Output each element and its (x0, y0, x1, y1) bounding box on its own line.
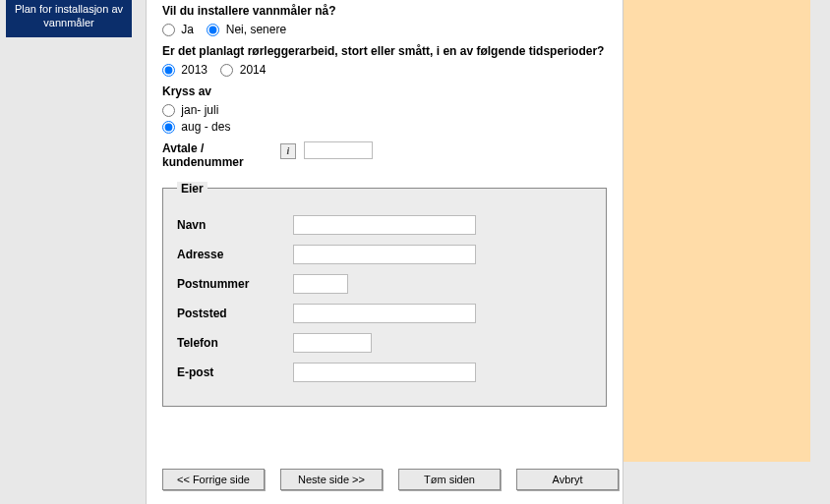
radio-label-ja: Ja (181, 23, 194, 36)
label-telefon: Telefon (177, 336, 293, 350)
prev-page-button[interactable]: << Forrige side (162, 469, 265, 490)
page-root: Plan for installasjon av vannmåler Vil d… (0, 0, 830, 504)
row-adresse: Adresse (177, 245, 592, 264)
radio-label-2013: 2013 (181, 63, 208, 77)
sidebar-item-line1: Plan for installasjon av (15, 3, 123, 15)
info-icon[interactable]: i (280, 143, 296, 159)
radio-option-2014[interactable]: 2014 (220, 63, 266, 77)
row-telefon: Telefon (177, 333, 592, 353)
form-panel: Vil du installere vannmåler nå? Ja Nei, … (146, 0, 623, 504)
label-adresse: Adresse (177, 248, 293, 261)
clear-page-button[interactable]: Tøm siden (398, 469, 501, 490)
question-install-now: Vil du installere vannmåler nå? (162, 4, 607, 18)
input-telefon[interactable] (293, 333, 372, 353)
avtale-label: Avtale / kundenummer (162, 141, 280, 170)
input-navn[interactable] (293, 215, 476, 235)
radio-2014[interactable] (220, 64, 233, 77)
label-postnummer: Postnummer (177, 277, 293, 291)
input-poststed[interactable] (293, 304, 476, 323)
question-planned-work: Er det planlagt rørleggerarbeid, stort e… (162, 44, 607, 58)
main-area: Vil du installere vannmåler nå? Ja Nei, … (146, 0, 830, 504)
row-epost: E-post (177, 363, 592, 382)
label-epost: E-post (177, 365, 293, 379)
input-adresse[interactable] (293, 245, 476, 264)
row-poststed: Poststed (177, 304, 592, 323)
radio-label-jan-juli: jan- juli (181, 103, 218, 117)
radio-option-nei[interactable]: Nei, senere (207, 23, 286, 36)
sidebar-item-line2: vannmåler (43, 17, 93, 28)
row-navn: Navn (177, 215, 592, 235)
avtale-input[interactable] (304, 141, 373, 159)
radio-option-jan-juli[interactable]: jan- juli (162, 103, 218, 117)
fieldset-eier: Eier Navn Adresse Postnummer Poststed (162, 182, 607, 407)
radio-aug-des[interactable] (162, 121, 175, 134)
radio-group-year: 2013 2014 (162, 62, 607, 77)
radio-ja[interactable] (162, 24, 175, 36)
radio-label-2014: 2014 (240, 63, 267, 77)
avtale-row: Avtale / kundenummer i (162, 141, 607, 170)
input-postnummer[interactable] (293, 274, 348, 294)
next-page-button[interactable]: Neste side >> (280, 469, 383, 490)
legend-eier: Eier (177, 182, 208, 196)
row-postnummer: Postnummer (177, 274, 592, 294)
radio-option-2013[interactable]: 2013 (162, 63, 210, 77)
radio-2013[interactable] (162, 64, 175, 77)
right-panel (623, 0, 810, 462)
radio-jan-juli[interactable] (162, 104, 175, 117)
cancel-button[interactable]: Avbryt (516, 469, 619, 490)
radio-nei[interactable] (207, 24, 219, 36)
radio-label-nei: Nei, senere (226, 23, 286, 36)
sidebar-item-installation-plan[interactable]: Plan for installasjon av vannmåler (6, 0, 132, 37)
question-kryss-av: Kryss av (162, 84, 607, 98)
radio-option-aug-des[interactable]: aug - des (162, 120, 230, 134)
radio-group-period: jan- juli (162, 102, 607, 117)
label-poststed: Poststed (177, 307, 293, 320)
button-bar: << Forrige side Neste side >> Tøm siden … (162, 469, 619, 490)
radio-group-period-2: aug - des (162, 119, 607, 134)
input-epost[interactable] (293, 363, 476, 382)
label-navn: Navn (177, 218, 293, 232)
radio-option-ja[interactable]: Ja (162, 23, 197, 36)
radio-group-install-now: Ja Nei, senere (162, 22, 607, 36)
radio-label-aug-des: aug - des (181, 120, 230, 134)
